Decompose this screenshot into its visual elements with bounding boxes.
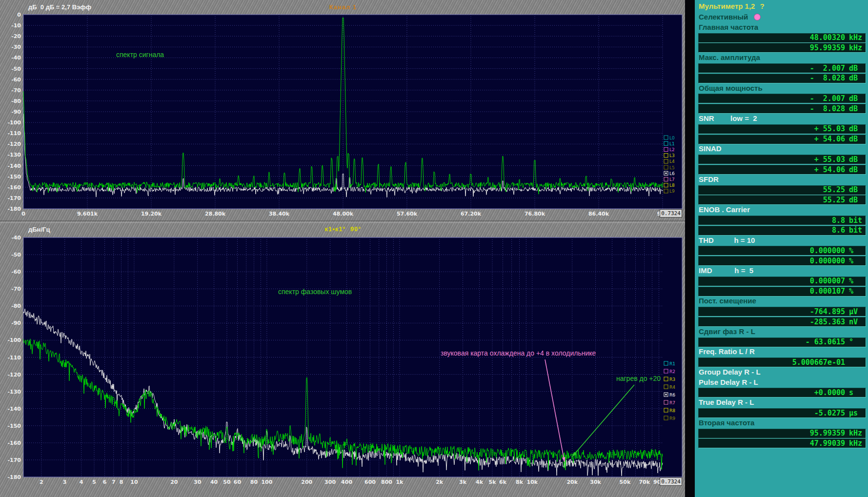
metric-value-box: - 2.007dB (698, 94, 866, 103)
svg-text:50: 50 (223, 479, 231, 485)
svg-text:-100: -100 (7, 337, 21, 343)
metric-label: Pulse Delay R - L (695, 378, 868, 388)
panel-divider-groove (0, 220, 685, 223)
metric-value-box: +0.0000s (698, 388, 866, 398)
svg-text:-40: -40 (11, 55, 21, 61)
help-button[interactable]: ? (760, 2, 764, 10)
selective-label: Селективный (699, 12, 748, 22)
legend-item-L2[interactable]: L2 (664, 147, 675, 152)
svg-text:6k: 6k (499, 479, 507, 485)
legend-item-L5[interactable]: L5 (664, 165, 675, 170)
metric-number: 8.8 (699, 216, 845, 226)
svg-text:200: 200 (301, 479, 312, 485)
legend-item-L7[interactable]: L7 (664, 177, 675, 182)
svg-text:-100: -100 (7, 119, 21, 126)
metric-number: - 2.007 (699, 63, 845, 74)
svg-text:-30: -30 (11, 44, 21, 50)
metric-unit: kHz (849, 438, 866, 449)
metric-number: -764.895 (699, 307, 845, 317)
metric-value: 95.99359kHz (695, 428, 868, 438)
metric-unit: % (849, 256, 866, 266)
legend-item-L8[interactable]: L8 (664, 183, 675, 188)
metric-unit: bit (849, 216, 866, 226)
svg-text:4: 4 (80, 479, 83, 485)
legend-item-R3[interactable]: R3 (664, 377, 675, 382)
metric-value-box: 0.000107% (698, 287, 866, 297)
legend-item-R1[interactable]: R1 (664, 361, 675, 366)
svg-text:-130: -130 (7, 152, 21, 158)
metric-value-box: -285.363nV (698, 317, 866, 327)
metric-value-box: + 55.03dB (698, 155, 866, 164)
svg-text:-80: -80 (11, 303, 21, 309)
legend-item-R7[interactable]: R7 (664, 400, 675, 405)
svg-text:L2: L2 (669, 147, 675, 152)
annotation-3: нагрев до +20 (616, 375, 661, 382)
metric-label: Вторая частота (695, 418, 868, 428)
metric-number: 0.000000 (699, 246, 845, 256)
svg-text:6: 6 (103, 479, 107, 485)
metric-label: Главная частота (695, 22, 868, 33)
svg-text:L0: L0 (669, 136, 675, 140)
svg-text:400: 400 (341, 479, 352, 485)
metric-number: 47.99039 (699, 438, 845, 449)
metric-value: -5.0275µs (695, 408, 868, 418)
svg-text:L6: L6 (669, 171, 675, 176)
metric-value: 55.25dB (695, 195, 868, 205)
metric-value: 8.6bit (695, 225, 868, 236)
svg-text:19.20k: 19.20k (141, 211, 162, 217)
svg-text:-150: -150 (7, 423, 21, 429)
svg-text:30k: 30k (590, 479, 601, 485)
legend-item-L3[interactable]: L3 (664, 153, 675, 158)
metric-value: + 54.06dB (695, 134, 868, 144)
metric-number: 95.99359 (699, 428, 845, 438)
metric-unit: % (849, 286, 866, 297)
metric-label: Общая мощность (695, 83, 868, 94)
svg-text:1k: 1k (396, 479, 404, 485)
metric-number: 0.000000 (699, 256, 845, 266)
svg-text:57.60k: 57.60k (397, 211, 418, 217)
svg-text:R9: R9 (669, 416, 675, 421)
legend-item-R4[interactable]: R4 (664, 385, 675, 390)
metric-label: ENOB . Carrier (695, 205, 868, 215)
legend-item-L6[interactable]: L6 (664, 171, 675, 176)
svg-text:L3: L3 (669, 153, 675, 158)
svg-text:7: 7 (112, 479, 116, 485)
selective-mode-toggle[interactable]: Селективный (695, 12, 868, 22)
metric-unit: s (849, 388, 866, 398)
legend-item-L9[interactable]: L9 (664, 189, 675, 194)
metric-number: -5.0275 (699, 408, 845, 418)
svg-text:-180: -180 (7, 474, 21, 480)
metric-number: 48.00320 (699, 33, 845, 43)
legend-item-R9[interactable]: R9 (664, 416, 675, 421)
svg-text:3: 3 (63, 479, 67, 485)
metric-number: + 54.06 (699, 134, 845, 144)
metric-number: 55.25 (699, 195, 845, 205)
metric-number: + 54.06 (699, 165, 845, 175)
metric-unit: dB (849, 73, 866, 83)
metric-label: SNR low = 2 (695, 114, 868, 124)
svg-text:R3: R3 (669, 377, 675, 382)
svg-text:20k: 20k (566, 479, 578, 485)
legend-item-R2[interactable]: R2 (664, 369, 675, 374)
svg-text:86.40k: 86.40k (588, 211, 609, 217)
metric-value: + 55.03dB (695, 154, 868, 164)
legend-item-R6[interactable]: R6 (664, 393, 675, 398)
legend-item-L0[interactable]: L0 (664, 136, 675, 140)
svg-text:-50: -50 (11, 66, 21, 72)
metric-value-box: 8.6bit (698, 226, 866, 236)
metric-label: Freq. Ratio L / R (695, 347, 868, 357)
svg-text:0: 0 (17, 12, 21, 18)
metric-value: 0.000000% (695, 245, 868, 256)
svg-text:-10: -10 (11, 22, 21, 29)
svg-text:R7: R7 (669, 400, 675, 405)
legend-item-L1[interactable]: L1 (664, 141, 675, 146)
metric-unit: dB (849, 195, 866, 205)
legend-item-L4[interactable]: L4 (664, 159, 675, 164)
svg-text:L8: L8 (669, 183, 675, 188)
metric-number: +0.0000 (699, 388, 845, 398)
legend-item-R8[interactable]: R8 (664, 408, 675, 413)
svg-text:0: 0 (21, 211, 25, 217)
svg-text:600: 600 (364, 479, 376, 485)
metric-number: - 63.0615 (699, 337, 845, 347)
metric-value: 8.8bit (695, 215, 868, 225)
